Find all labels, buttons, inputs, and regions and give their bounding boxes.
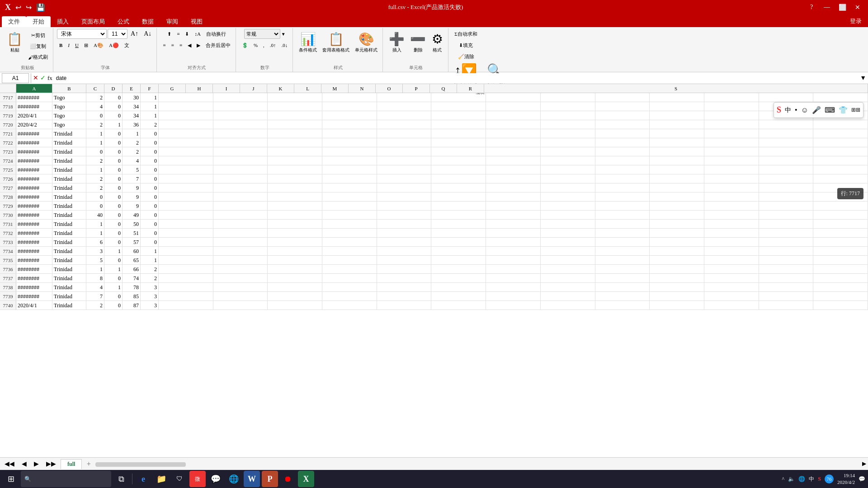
col-header-J[interactable]: J — [240, 84, 267, 93]
cell-N-7723[interactable] — [541, 147, 595, 156]
cell-O-7731[interactable] — [595, 220, 650, 228]
format-painter-button[interactable]: 🖌 格式刷 — [26, 52, 50, 62]
cell-D-7732[interactable]: 0 — [104, 229, 123, 237]
bold-button[interactable]: B — [57, 40, 65, 50]
font-family-select[interactable]: 宋体 — [57, 29, 107, 39]
cell-G-7722[interactable] — [159, 138, 213, 147]
cell-S-7739[interactable] — [813, 292, 868, 300]
col-header-E[interactable]: E — [123, 84, 141, 93]
cell-R-7722[interactable] — [759, 138, 814, 147]
cell-D-7722[interactable]: 0 — [104, 138, 123, 147]
cell-L-7723[interactable] — [431, 147, 486, 156]
ime-emoji-icon[interactable]: ☺ — [800, 105, 809, 115]
cell-I-7730[interactable] — [268, 211, 322, 219]
tab-review[interactable]: 审阅 — [160, 16, 184, 27]
cell-B-7726[interactable]: Trinidad — [52, 174, 86, 183]
cell-C-7722[interactable]: 1 — [86, 138, 104, 147]
cell-A-7729[interactable]: ######## — [16, 202, 52, 210]
font-color-button[interactable]: A🔴 — [107, 40, 121, 50]
cell-C-7734[interactable]: 3 — [86, 247, 104, 255]
cell-L-7738[interactable] — [431, 283, 486, 291]
cell-Q-7723[interactable] — [704, 147, 759, 156]
cell-M-7737[interactable] — [486, 274, 541, 282]
cell-C-7735[interactable]: 5 — [86, 256, 104, 264]
cell-N-7728[interactable] — [541, 192, 595, 201]
cell-I-7733[interactable] — [268, 238, 322, 246]
cell-B-7723[interactable]: Trinidad — [52, 147, 86, 156]
cell-S-7734[interactable] — [813, 247, 868, 255]
cell-J-7727[interactable] — [322, 183, 377, 192]
cell-F-7736[interactable]: 2 — [141, 265, 159, 273]
cell-D-7736[interactable]: 1 — [104, 265, 123, 273]
cell-I-7738[interactable] — [268, 283, 322, 291]
cell-N-7736[interactable] — [541, 265, 595, 273]
cell-G-7735[interactable] — [159, 256, 213, 264]
merge-center-button[interactable]: 合并后居中 — [203, 40, 233, 50]
tb-caret-icon[interactable]: ^ — [782, 476, 785, 483]
cell-N-7720[interactable] — [541, 120, 595, 129]
cell-M-7722[interactable] — [486, 138, 541, 147]
cell-K-7719[interactable] — [377, 111, 432, 120]
cell-O-7736[interactable] — [595, 265, 650, 273]
cell-K-7723[interactable] — [377, 147, 432, 156]
add-sheet-button[interactable]: + — [84, 459, 94, 469]
cell-N-7738[interactable] — [541, 283, 595, 291]
cell-O-7732[interactable] — [595, 229, 650, 237]
ime-dot-icon[interactable]: • — [794, 105, 798, 115]
cell-I-7737[interactable] — [268, 274, 322, 282]
cell-F-7733[interactable]: 0 — [141, 238, 159, 246]
cell-I-7717[interactable] — [268, 93, 322, 102]
cell-reference-input[interactable] — [2, 73, 29, 83]
cell-O-7735[interactable] — [595, 256, 650, 264]
cell-F-7739[interactable]: 3 — [141, 292, 159, 300]
weibo-button[interactable]: 微 — [189, 471, 206, 487]
paste-button[interactable]: 📋 粘贴 — [5, 30, 25, 63]
cell-I-7728[interactable] — [268, 192, 322, 201]
table-row[interactable]: 7725########Trinidad1050 — [0, 165, 868, 174]
cell-L-7732[interactable] — [431, 229, 486, 237]
ime-keyboard-icon[interactable]: ⌨ — [824, 105, 836, 115]
cell-L-7739[interactable] — [431, 292, 486, 300]
excel-taskbar-button[interactable]: X — [298, 471, 314, 487]
table-row[interactable]: 77202020/4/2Togo21362 — [0, 120, 868, 129]
table-row[interactable]: 7732########Trinidad10510 — [0, 229, 868, 238]
cell-K-7718[interactable] — [377, 102, 432, 111]
cell-style-button[interactable]: 🎨 单元格样式 — [353, 30, 380, 63]
cell-Q-7720[interactable] — [704, 120, 759, 129]
ime-skin-icon[interactable]: 👕 — [838, 105, 849, 115]
cell-O-7723[interactable] — [595, 147, 650, 156]
cell-N-7740[interactable] — [541, 301, 595, 310]
close-icon[interactable]: ✕ — [851, 3, 864, 12]
tb-ime-icon[interactable]: 中 — [809, 475, 814, 483]
underline-button[interactable]: U — [73, 40, 81, 50]
cell-J-7717[interactable] — [322, 93, 377, 102]
cell-M-7720[interactable] — [486, 120, 541, 129]
cell-A-7730[interactable]: ######## — [16, 211, 52, 219]
cell-B-7725[interactable]: Trinidad — [52, 165, 86, 174]
cell-Q-7725[interactable] — [704, 165, 759, 174]
cell-Q-7730[interactable] — [704, 211, 759, 219]
table-row[interactable]: 7737########Trinidad80742 — [0, 274, 868, 283]
cell-P-7721[interactable] — [650, 129, 704, 138]
cell-E-7736[interactable]: 66 — [123, 265, 141, 273]
cell-I-7720[interactable] — [268, 120, 322, 129]
cell-R-7732[interactable] — [759, 229, 814, 237]
cell-E-7740[interactable]: 87 — [123, 301, 141, 310]
cell-J-7726[interactable] — [322, 174, 377, 183]
cell-K-7717[interactable] — [377, 93, 432, 102]
cell-N-7718[interactable] — [541, 102, 595, 111]
cell-O-7726[interactable] — [595, 174, 650, 183]
cell-P-7725[interactable] — [650, 165, 704, 174]
cell-H-7725[interactable] — [213, 165, 268, 174]
cell-A-7725[interactable]: ######## — [16, 165, 52, 174]
cell-H-7723[interactable] — [213, 147, 268, 156]
cell-A-7733[interactable]: ######## — [16, 238, 52, 246]
cell-D-7731[interactable]: 0 — [104, 220, 123, 228]
cell-B-7738[interactable]: Trinidad — [52, 283, 86, 291]
cell-J-7729[interactable] — [322, 202, 377, 210]
font-size-select[interactable]: 11 — [108, 29, 127, 39]
cell-K-7739[interactable] — [377, 292, 432, 300]
cell-H-7740[interactable] — [213, 301, 268, 310]
text-direction-button[interactable]: ↕A — [192, 29, 203, 39]
cell-P-7723[interactable] — [650, 147, 704, 156]
